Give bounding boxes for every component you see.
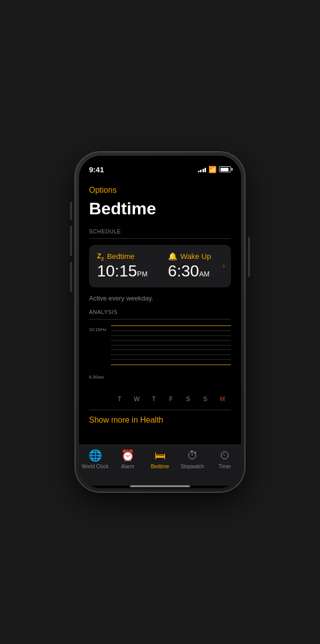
chart-line-8 bbox=[111, 359, 231, 360]
divider3 bbox=[89, 410, 231, 410]
bedtime-label: Bedtime bbox=[107, 252, 134, 260]
wakeup-label: Wake Up bbox=[180, 252, 211, 260]
bedtime-time: 10:15PM bbox=[97, 262, 148, 280]
alarm-icon: ⏰ bbox=[121, 449, 134, 462]
status-time: 9:41 bbox=[89, 165, 104, 174]
tab-world-clock[interactable]: 🌐 World Clock bbox=[79, 449, 112, 469]
chart-line-7 bbox=[111, 355, 231, 355]
world-clock-label: World Clock bbox=[82, 464, 109, 469]
notch bbox=[130, 156, 190, 170]
show-more-health-button[interactable]: Show more in Health bbox=[89, 416, 231, 425]
phone-frame: 9:41 📶 Options Bedtime SCHED bbox=[75, 152, 245, 492]
divider bbox=[89, 238, 231, 239]
chart-line-3 bbox=[111, 336, 231, 336]
divider2 bbox=[89, 319, 231, 319]
tab-timer[interactable]: ⏲ Timer bbox=[208, 449, 241, 469]
home-bar bbox=[130, 485, 190, 487]
day-M: M bbox=[218, 396, 228, 403]
options-button[interactable]: Options bbox=[89, 186, 231, 195]
chart-line-2 bbox=[111, 331, 231, 331]
analysis-chart: 10:15PM 6:30AM bbox=[89, 326, 231, 403]
tab-bedtime[interactable]: 🛏 Bedtime bbox=[144, 449, 176, 469]
day-S2: S bbox=[200, 396, 210, 403]
bedtime-type: ZZ Bedtime bbox=[97, 252, 148, 261]
volume-up-button bbox=[70, 226, 72, 256]
bedtime-item: ZZ Bedtime 10:15PM bbox=[97, 252, 148, 281]
day-labels: T W T F S S M bbox=[89, 396, 231, 403]
wakeup-item: 🔔 Wake Up 6:30AM bbox=[168, 252, 223, 280]
wakeup-time: 6:30AM bbox=[168, 262, 211, 280]
tab-bar: 🌐 World Clock ⏰ Alarm 🛏 Bedtime ⏱ Stopwa… bbox=[79, 445, 241, 486]
chart-line-6 bbox=[111, 350, 231, 350]
chevron-right-icon: › bbox=[222, 261, 225, 270]
chart-wakeup-label: 6:30AM bbox=[89, 374, 104, 380]
mute-button bbox=[70, 202, 72, 220]
analysis-section-label: ANALYSIS bbox=[89, 309, 231, 315]
wifi-icon: 📶 bbox=[208, 166, 216, 173]
active-days: Active every weekday. bbox=[89, 294, 231, 302]
bedtime-icon: 🛏 bbox=[154, 449, 166, 462]
home-indicator bbox=[79, 486, 241, 488]
chart-line-5 bbox=[111, 345, 231, 346]
tab-stopwatch[interactable]: ⏱ Stopwatch bbox=[176, 449, 208, 469]
day-W: W bbox=[132, 396, 142, 403]
chart-lines bbox=[111, 326, 231, 381]
chart-area: 10:15PM 6:30AM bbox=[89, 326, 231, 391]
stopwatch-label: Stopwatch bbox=[180, 464, 204, 469]
schedule-section-label: SCHEDULE bbox=[89, 228, 231, 234]
wakeup-type: 🔔 Wake Up bbox=[168, 252, 211, 261]
phone-screen: 9:41 📶 Options Bedtime SCHED bbox=[79, 156, 241, 488]
chart-bedtime-label: 10:15PM bbox=[89, 327, 106, 332]
signal-icon bbox=[198, 166, 206, 172]
chart-line-bottom bbox=[111, 365, 231, 366]
battery-icon bbox=[219, 166, 231, 172]
schedule-card[interactable]: ZZ Bedtime 10:15PM 🔔 Wake Up bbox=[89, 245, 231, 288]
tab-alarm[interactable]: ⏰ Alarm bbox=[112, 449, 144, 469]
volume-down-button bbox=[70, 262, 72, 292]
page-title: Bedtime bbox=[89, 199, 231, 218]
day-T2: T bbox=[149, 396, 159, 403]
bell-icon: 🔔 bbox=[168, 252, 178, 261]
alarm-label: Alarm bbox=[121, 464, 134, 469]
timer-label: Timer bbox=[218, 464, 231, 469]
content-area: Options Bedtime SCHEDULE ZZ Bedtime 10:1… bbox=[79, 178, 241, 445]
schedule-row: ZZ Bedtime 10:15PM 🔔 Wake Up bbox=[97, 252, 223, 281]
power-button bbox=[248, 237, 250, 277]
timer-icon: ⏲ bbox=[220, 449, 230, 462]
status-icons: 📶 bbox=[198, 166, 232, 173]
stopwatch-icon: ⏱ bbox=[187, 449, 198, 462]
day-S1: S bbox=[183, 396, 193, 403]
world-clock-icon: 🌐 bbox=[88, 449, 102, 462]
day-T1: T bbox=[114, 396, 124, 403]
bedtime-tab-label: Bedtime bbox=[151, 464, 170, 469]
chart-line-1 bbox=[111, 326, 231, 327]
chart-line-4 bbox=[111, 340, 231, 341]
day-F: F bbox=[166, 396, 176, 403]
zzz-icon: ZZ bbox=[97, 252, 104, 261]
